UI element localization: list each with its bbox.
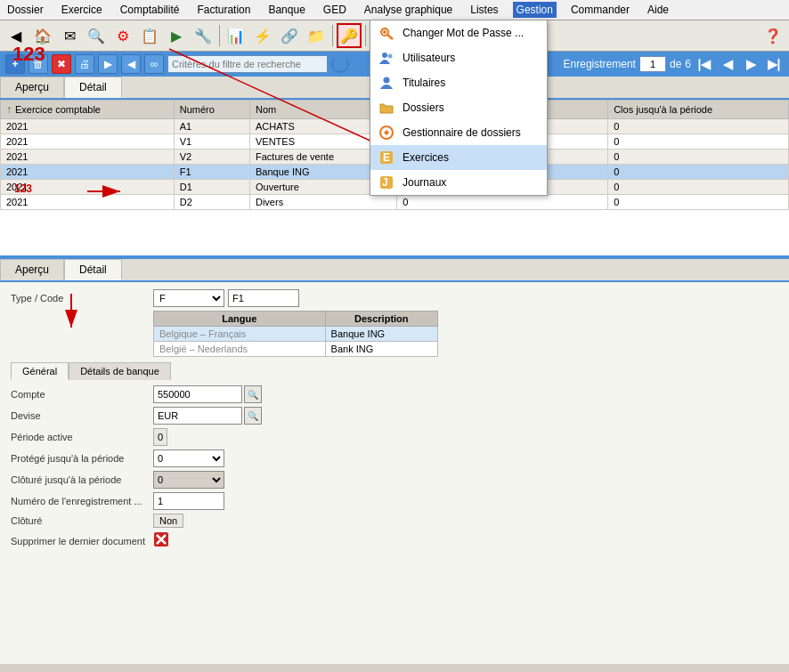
- menu-gestion[interactable]: Gestion: [513, 2, 557, 18]
- toolbar-btn-5[interactable]: ⚙: [110, 23, 135, 48]
- cloture-value: Non: [153, 514, 183, 528]
- menu-gestionnaire-label: Gestionnaire de dossiers: [403, 126, 521, 139]
- cell-num: D2: [174, 195, 249, 210]
- menu-utilisateurs[interactable]: Utilisateurs: [370, 45, 547, 70]
- menu-exercices[interactable]: E Exercices: [370, 145, 547, 170]
- menu-journaux[interactable]: J Journaux: [370, 170, 547, 195]
- periode-active-row: Période active 0: [11, 428, 778, 446]
- cell-year: 2021: [1, 119, 175, 134]
- toolbar-btn-3[interactable]: ✉: [57, 23, 82, 48]
- num-enreg-input[interactable]: [153, 492, 224, 510]
- cell-clos: 0: [608, 195, 789, 210]
- nav-last[interactable]: ▶|: [764, 54, 784, 74]
- filter-right: Enregistrement de 6 |◀ ◀ ▶ ▶|: [564, 54, 784, 74]
- menu-commander[interactable]: Commander: [567, 2, 633, 18]
- devise-search-btn[interactable]: 🔍: [244, 407, 262, 425]
- menu-comptabilite[interactable]: Comptabilité: [117, 2, 183, 18]
- dossiers-icon: [378, 99, 395, 117]
- nav-prev[interactable]: ◀: [718, 54, 737, 74]
- type-select[interactable]: F A V D: [153, 289, 224, 307]
- nav-first[interactable]: |◀: [695, 54, 714, 74]
- record-current[interactable]: [639, 56, 666, 72]
- menu-listes[interactable]: Listes: [467, 2, 501, 18]
- cloture-row: Clôturé Non: [11, 514, 778, 528]
- cell-secure: 0: [397, 195, 608, 210]
- tab-detail-detail[interactable]: Détail: [64, 259, 122, 280]
- cell-num: F1: [174, 165, 249, 180]
- cloture-periode-select[interactable]: 01: [153, 471, 224, 489]
- type-code-label: Type / Code: [11, 293, 153, 304]
- journaux-icon: J: [378, 174, 395, 191]
- menu-changer-mot-passe[interactable]: Changer Mot de Passe ...: [370, 20, 547, 45]
- svg-text:E: E: [383, 151, 390, 164]
- menu-dossier[interactable]: Dossier: [4, 2, 47, 18]
- cloture-periode-label: Clôturé jusqu'à la période: [11, 474, 153, 485]
- print-btn[interactable]: 🖨: [75, 54, 94, 74]
- lang-table: Langue Description Belgique – Français B…: [153, 311, 438, 357]
- svg-line-4: [387, 35, 393, 39]
- menu-gestionnaire[interactable]: Gestionnaire de dossiers: [370, 120, 547, 145]
- sub-tab-general[interactable]: Général: [11, 362, 69, 380]
- code-input[interactable]: [228, 289, 299, 307]
- toolbar-btn-6[interactable]: 📋: [137, 23, 162, 48]
- table-row[interactable]: 2021 D2 Divers 0 0: [1, 195, 789, 210]
- toolbar-btn-11[interactable]: 🔗: [277, 23, 302, 48]
- cell-clos: 0: [608, 165, 789, 180]
- link-btn[interactable]: ∞: [144, 54, 164, 74]
- cell-clos: 0: [608, 180, 789, 195]
- protege-label: Protégé jusqu'à la période: [11, 453, 153, 464]
- devise-input[interactable]: [153, 407, 242, 425]
- compte-input[interactable]: [153, 385, 242, 403]
- toolbar-btn-10[interactable]: ⚡: [250, 23, 275, 48]
- lang-cell-desc: Bank ING: [325, 342, 437, 357]
- lang-cell-langue: België – Nederlands: [154, 342, 326, 357]
- import-btn[interactable]: ◀: [121, 54, 141, 74]
- sub-tab-container: Général Détails de banque: [11, 362, 778, 380]
- tab-apercu-detail[interactable]: Aperçu: [0, 259, 64, 280]
- lang-col-desc: Description: [325, 312, 437, 327]
- tab-detail-top[interactable]: Détail: [64, 77, 122, 98]
- help-btn[interactable]: ❓: [761, 23, 785, 48]
- toolbar-btn-9[interactable]: 📊: [224, 23, 248, 48]
- menu-ged[interactable]: GED: [320, 2, 350, 18]
- add-btn[interactable]: +: [5, 54, 25, 74]
- cell-clos: 0: [608, 119, 789, 134]
- detail-tab-bar: Aperçu Détail: [0, 259, 789, 282]
- col-exercice[interactable]: ↑Exercice comptable: [1, 101, 175, 119]
- menu-journaux-label: Journaux: [403, 176, 446, 189]
- supprimer-label: Supprimer le dernier document: [11, 536, 153, 547]
- toolbar-btn-1[interactable]: ◀: [4, 23, 28, 48]
- menu-exercice[interactable]: Exercice: [58, 2, 106, 18]
- lang-cell-langue: Belgique – Français: [154, 327, 326, 342]
- toolbar-gestion-btn[interactable]: 🔑: [337, 23, 362, 48]
- toolbar-btn-12[interactable]: 📁: [304, 23, 329, 48]
- toolbar-btn-2[interactable]: 🏠: [30, 23, 55, 48]
- col-numero[interactable]: Numéro: [174, 101, 249, 119]
- compte-search-btn[interactable]: 🔍: [244, 385, 262, 403]
- export-btn[interactable]: ▶: [98, 54, 118, 74]
- menu-analyse[interactable]: Analyse graphique: [361, 2, 456, 18]
- menu-facturation[interactable]: Facturation: [193, 2, 254, 18]
- protege-select[interactable]: 012: [153, 449, 224, 467]
- tab-apercu-top[interactable]: Aperçu: [0, 77, 64, 98]
- menu-dossiers[interactable]: Dossiers: [370, 95, 547, 120]
- supprimer-btn[interactable]: [153, 531, 169, 550]
- toolbar-btn-7[interactable]: ▶: [164, 23, 189, 48]
- filter-btn-3[interactable]: ✖: [52, 54, 71, 74]
- sub-tab-banque[interactable]: Détails de banque: [69, 362, 171, 380]
- lang-table-row[interactable]: Belgique – Français Banque ING: [154, 327, 438, 342]
- nav-next[interactable]: ▶: [741, 54, 761, 74]
- toolbar-btn-8[interactable]: 🔧: [191, 23, 216, 48]
- de-label: de: [670, 58, 681, 70]
- key-icon: [378, 24, 395, 42]
- menu-banque[interactable]: Banque: [264, 2, 308, 18]
- menu-aide[interactable]: Aide: [644, 2, 672, 18]
- toolbar-btn-4[interactable]: 🔍: [84, 23, 109, 48]
- delete-filter-btn[interactable]: 🗑: [28, 54, 48, 74]
- col-clos[interactable]: Clos jusqu'à la période: [608, 101, 789, 119]
- menu-titulaires[interactable]: Titulaires: [370, 70, 547, 95]
- protege-row: Protégé jusqu'à la période 012: [11, 449, 778, 467]
- lang-table-row[interactable]: België – Nederlands Bank ING: [154, 342, 438, 357]
- search-input[interactable]: [167, 55, 328, 73]
- gestionnaire-icon: [378, 124, 395, 142]
